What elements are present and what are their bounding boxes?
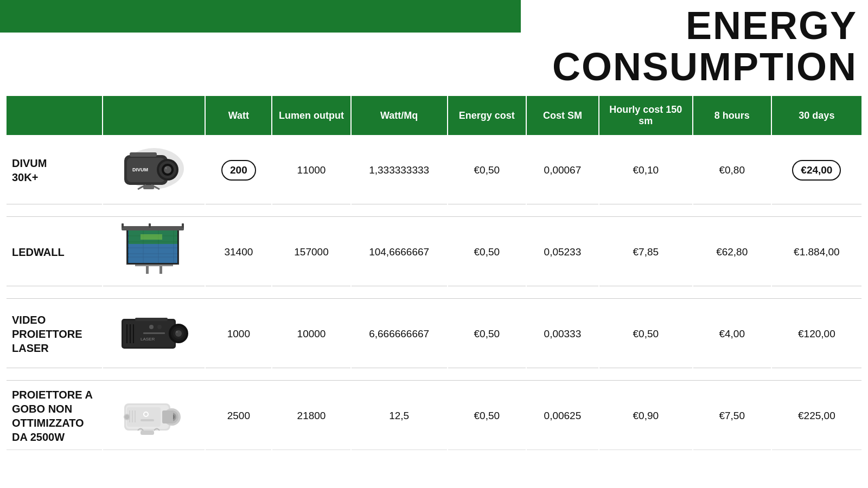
product-image-cell bbox=[103, 218, 205, 286]
wattmq-cell: 12,5 bbox=[352, 382, 447, 450]
svg-point-6 bbox=[164, 166, 171, 174]
energy-table: Watt Lumen output Watt/Mq Energy cost Co… bbox=[5, 95, 863, 451]
wattmq-cell: 104,6666667 bbox=[352, 218, 447, 286]
table-row: DIVUM30K+ DIVUM 200110001,333333333€0,50… bbox=[7, 136, 861, 204]
8hours-cell: €0,80 bbox=[693, 136, 771, 204]
col-header-watt: Watt bbox=[206, 96, 271, 135]
product-image-cell: DIVUM bbox=[103, 136, 205, 204]
product-image-cell: LASER bbox=[103, 300, 205, 368]
cost-sm-cell: 0,00333 bbox=[527, 300, 598, 368]
spacer-row bbox=[7, 206, 861, 217]
svg-point-7 bbox=[165, 167, 167, 169]
lumen-cell: 157000 bbox=[272, 218, 350, 286]
cost-sm-cell: 0,00625 bbox=[527, 382, 598, 450]
30days-cell: €120,00 bbox=[772, 300, 861, 368]
svg-rect-56 bbox=[162, 410, 173, 423]
30days-cell: €24,00 bbox=[772, 136, 861, 204]
hourly-cost-cell: €0,90 bbox=[599, 382, 692, 450]
product-name-cell: DIVUM30K+ bbox=[7, 136, 102, 204]
svg-rect-33 bbox=[182, 223, 184, 228]
svg-rect-8 bbox=[130, 152, 157, 157]
8hours-cell: €4,00 bbox=[693, 300, 771, 368]
lumen-cell: 10000 bbox=[272, 300, 350, 368]
title-line1: ENERGY bbox=[552, 5, 857, 47]
svg-rect-31 bbox=[122, 223, 124, 228]
spacer-row bbox=[7, 287, 861, 299]
8hours-cell: €7,50 bbox=[693, 382, 771, 450]
cost-sm-cell: 0,05233 bbox=[527, 218, 598, 286]
svg-rect-44 bbox=[135, 318, 168, 321]
energy-cost-cell: €0,50 bbox=[448, 136, 526, 204]
col-header-hourly: Hourly cost 150 sm bbox=[599, 96, 692, 135]
svg-text:DIVUM: DIVUM bbox=[132, 167, 148, 172]
table-area: Watt Lumen output Watt/Mq Energy cost Co… bbox=[0, 95, 868, 451]
gobo-projector-icon bbox=[113, 384, 195, 444]
col-header-energy: Energy cost bbox=[448, 96, 526, 135]
wattmq-cell: 6,666666667 bbox=[352, 300, 447, 368]
table-header-row: Watt Lumen output Watt/Mq Energy cost Co… bbox=[7, 96, 861, 135]
svg-rect-47 bbox=[143, 332, 165, 334]
svg-rect-64 bbox=[141, 431, 154, 435]
svg-rect-30 bbox=[122, 226, 184, 230]
lumen-cell: 21800 bbox=[272, 382, 350, 450]
col-header-30d: 30 days bbox=[772, 96, 861, 135]
watt-cell: 1000 bbox=[206, 300, 271, 368]
table-row: PROIETTORE AGOBO NONOTTIMIZZATODA 2500W bbox=[7, 382, 861, 450]
svg-point-40 bbox=[176, 331, 178, 333]
table-row: VIDEOPROIETTORELASER LASER 1000100006,66… bbox=[7, 300, 861, 368]
30days-cell: €225,00 bbox=[772, 382, 861, 450]
product-image-cell bbox=[103, 382, 205, 450]
title-line2: CONSUMPTION bbox=[552, 47, 857, 88]
watt-cell: 200 bbox=[206, 136, 271, 204]
col-header-lumen: Lumen output bbox=[272, 96, 350, 135]
svg-point-45 bbox=[149, 325, 154, 329]
table-row: LEDWALL bbox=[7, 218, 861, 286]
hourly-cost-cell: €0,50 bbox=[599, 300, 692, 368]
product-name-cell: VIDEOPROIETTORELASER bbox=[7, 300, 102, 368]
title-block: ENERGY CONSUMPTION bbox=[552, 5, 857, 87]
col-header-8h: 8 hours bbox=[693, 96, 771, 135]
8hours-cell: €62,80 bbox=[693, 218, 771, 286]
svg-rect-32 bbox=[149, 223, 151, 228]
energy-cost-cell: €0,50 bbox=[448, 218, 526, 286]
product-name-cell: LEDWALL bbox=[7, 218, 102, 286]
svg-rect-25 bbox=[141, 234, 162, 240]
col-header-product bbox=[7, 96, 102, 135]
energy-cost-cell: €0,50 bbox=[448, 300, 526, 368]
wattmq-cell: 1,333333333 bbox=[352, 136, 447, 204]
watt-cell: 31400 bbox=[206, 218, 271, 286]
hourly-cost-cell: €7,85 bbox=[599, 218, 692, 286]
col-header-image bbox=[103, 96, 205, 135]
col-header-wattmq: Watt/Mq bbox=[352, 96, 447, 135]
lumen-cell: 11000 bbox=[272, 136, 350, 204]
hourly-cost-cell: €0,10 bbox=[599, 136, 692, 204]
col-header-costsm: Cost SM bbox=[527, 96, 598, 135]
watt-cell: 2500 bbox=[206, 382, 271, 450]
svg-rect-24 bbox=[129, 244, 177, 263]
cost-sm-cell: 0,00067 bbox=[527, 136, 598, 204]
spacer-row bbox=[7, 369, 861, 381]
divum-icon: DIVUM bbox=[113, 139, 195, 198]
svg-rect-63 bbox=[141, 419, 154, 421]
svg-point-66 bbox=[125, 415, 129, 419]
ledwall-icon bbox=[113, 221, 195, 280]
product-name-cell: PROIETTORE AGOBO NONOTTIMIZZATODA 2500W bbox=[7, 382, 102, 450]
projector-icon: LASER bbox=[113, 303, 195, 362]
svg-point-46 bbox=[157, 325, 162, 329]
svg-text:LASER: LASER bbox=[141, 337, 155, 342]
30days-cell: €1.884,00 bbox=[772, 218, 861, 286]
energy-cost-cell: €0,50 bbox=[448, 382, 526, 450]
header-bar bbox=[0, 0, 521, 33]
svg-point-62 bbox=[144, 413, 148, 416]
